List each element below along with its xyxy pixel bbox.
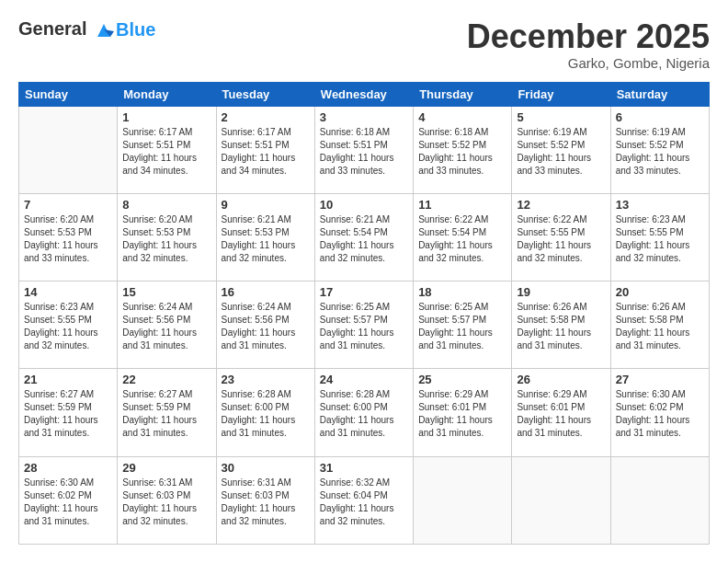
cell-info: Sunrise: 6:31 AMSunset: 6:03 PMDaylight:… xyxy=(122,477,210,528)
page: General Blue December 2025 Garko, Gombe,… xyxy=(0,0,728,563)
logo-general: General xyxy=(18,18,86,39)
month-title: December 2025 xyxy=(467,18,710,55)
day-number: 19 xyxy=(517,285,605,299)
calendar-cell: 14Sunrise: 6:23 AMSunset: 5:55 PMDayligh… xyxy=(19,282,118,369)
cell-info: Sunrise: 6:20 AMSunset: 5:53 PMDaylight:… xyxy=(24,213,112,265)
calendar-cell: 10Sunrise: 6:21 AMSunset: 5:54 PMDayligh… xyxy=(314,193,413,281)
day-number: 22 xyxy=(122,373,210,386)
header-sunday: Sunday xyxy=(19,82,118,106)
cell-info: Sunrise: 6:26 AMSunset: 5:58 PMDaylight:… xyxy=(517,301,605,352)
calendar-cell xyxy=(512,456,610,544)
calendar-cell: 23Sunrise: 6:28 AMSunset: 6:00 PMDayligh… xyxy=(216,369,314,456)
calendar-cell: 12Sunrise: 6:22 AMSunset: 5:55 PMDayligh… xyxy=(512,193,610,281)
day-number: 25 xyxy=(418,373,506,386)
cell-info: Sunrise: 6:25 AMSunset: 5:57 PMDaylight:… xyxy=(320,301,408,352)
logo-blue: Blue xyxy=(116,19,155,40)
calendar-header-row: Sunday Monday Tuesday Wednesday Thursday… xyxy=(19,82,710,106)
day-number: 26 xyxy=(517,373,605,386)
cell-info: Sunrise: 6:24 AMSunset: 5:56 PMDaylight:… xyxy=(222,301,310,352)
day-number: 20 xyxy=(616,285,704,299)
day-number: 16 xyxy=(222,285,310,299)
cell-info: Sunrise: 6:32 AMSunset: 6:04 PMDaylight:… xyxy=(320,477,408,528)
location: Garko, Gombe, Nigeria xyxy=(467,55,710,71)
calendar-cell xyxy=(414,456,512,544)
day-number: 15 xyxy=(122,285,210,299)
cell-info: Sunrise: 6:19 AMSunset: 5:52 PMDaylight:… xyxy=(517,126,605,178)
cell-info: Sunrise: 6:22 AMSunset: 5:54 PMDaylight:… xyxy=(418,213,506,265)
cell-info: Sunrise: 6:30 AMSunset: 6:02 PMDaylight:… xyxy=(616,388,704,440)
calendar-week-row: 14Sunrise: 6:23 AMSunset: 5:55 PMDayligh… xyxy=(19,282,710,369)
header-tuesday: Tuesday xyxy=(216,82,314,106)
day-number: 12 xyxy=(517,198,605,212)
header-friday: Friday xyxy=(512,82,610,106)
calendar-cell: 21Sunrise: 6:27 AMSunset: 5:59 PMDayligh… xyxy=(19,369,118,456)
calendar-cell: 1Sunrise: 6:17 AMSunset: 5:51 PMDaylight… xyxy=(118,106,216,193)
title-block: December 2025 Garko, Gombe, Nigeria xyxy=(467,18,710,71)
calendar-cell: 6Sunrise: 6:19 AMSunset: 5:52 PMDaylight… xyxy=(610,106,709,193)
day-number: 14 xyxy=(24,285,112,299)
day-number: 23 xyxy=(222,373,310,386)
day-number: 30 xyxy=(222,461,310,475)
calendar-cell xyxy=(610,456,709,544)
calendar-cell: 30Sunrise: 6:31 AMSunset: 6:03 PMDayligh… xyxy=(216,456,314,544)
cell-info: Sunrise: 6:23 AMSunset: 5:55 PMDaylight:… xyxy=(24,301,112,352)
header-thursday: Thursday xyxy=(414,82,512,106)
day-number: 18 xyxy=(418,285,506,299)
day-number: 7 xyxy=(24,198,112,212)
cell-info: Sunrise: 6:26 AMSunset: 5:58 PMDaylight:… xyxy=(616,301,704,352)
calendar-cell: 28Sunrise: 6:30 AMSunset: 6:02 PMDayligh… xyxy=(19,456,118,544)
cell-info: Sunrise: 6:18 AMSunset: 5:52 PMDaylight:… xyxy=(418,126,506,178)
day-number: 11 xyxy=(418,198,506,212)
calendar-cell: 27Sunrise: 6:30 AMSunset: 6:02 PMDayligh… xyxy=(610,369,709,456)
cell-info: Sunrise: 6:29 AMSunset: 6:01 PMDaylight:… xyxy=(418,388,506,440)
day-number: 5 xyxy=(517,110,605,124)
calendar-cell: 24Sunrise: 6:28 AMSunset: 6:00 PMDayligh… xyxy=(314,369,413,456)
calendar-cell: 4Sunrise: 6:18 AMSunset: 5:52 PMDaylight… xyxy=(414,106,512,193)
day-number: 8 xyxy=(122,198,210,212)
day-number: 27 xyxy=(616,373,704,386)
header: General Blue December 2025 Garko, Gombe,… xyxy=(18,18,710,71)
calendar-cell: 22Sunrise: 6:27 AMSunset: 5:59 PMDayligh… xyxy=(118,369,216,456)
calendar-cell: 16Sunrise: 6:24 AMSunset: 5:56 PMDayligh… xyxy=(216,282,314,369)
calendar-week-row: 21Sunrise: 6:27 AMSunset: 5:59 PMDayligh… xyxy=(19,369,710,456)
day-number: 3 xyxy=(320,110,408,124)
calendar-cell: 26Sunrise: 6:29 AMSunset: 6:01 PMDayligh… xyxy=(512,369,610,456)
cell-info: Sunrise: 6:17 AMSunset: 5:51 PMDaylight:… xyxy=(122,126,210,178)
calendar-cell: 15Sunrise: 6:24 AMSunset: 5:56 PMDayligh… xyxy=(118,282,216,369)
calendar-cell xyxy=(19,106,118,193)
calendar-cell: 29Sunrise: 6:31 AMSunset: 6:03 PMDayligh… xyxy=(118,456,216,544)
cell-info: Sunrise: 6:18 AMSunset: 5:51 PMDaylight:… xyxy=(320,126,408,178)
day-number: 29 xyxy=(122,461,210,475)
header-wednesday: Wednesday xyxy=(314,82,413,106)
cell-info: Sunrise: 6:31 AMSunset: 6:03 PMDaylight:… xyxy=(222,477,310,528)
cell-info: Sunrise: 6:20 AMSunset: 5:53 PMDaylight:… xyxy=(122,213,210,265)
day-number: 24 xyxy=(320,373,408,386)
calendar-cell: 20Sunrise: 6:26 AMSunset: 5:58 PMDayligh… xyxy=(610,282,709,369)
calendar-week-row: 1Sunrise: 6:17 AMSunset: 5:51 PMDaylight… xyxy=(19,106,710,193)
day-number: 21 xyxy=(24,373,112,386)
day-number: 10 xyxy=(320,198,408,212)
day-number: 2 xyxy=(222,110,310,124)
cell-info: Sunrise: 6:19 AMSunset: 5:52 PMDaylight:… xyxy=(616,126,704,178)
cell-info: Sunrise: 6:30 AMSunset: 6:02 PMDaylight:… xyxy=(24,477,112,528)
cell-info: Sunrise: 6:23 AMSunset: 5:55 PMDaylight:… xyxy=(616,213,704,265)
day-number: 4 xyxy=(418,110,506,124)
day-number: 13 xyxy=(616,198,704,212)
calendar-cell: 8Sunrise: 6:20 AMSunset: 5:53 PMDaylight… xyxy=(118,193,216,281)
header-monday: Monday xyxy=(118,82,216,106)
calendar-cell: 13Sunrise: 6:23 AMSunset: 5:55 PMDayligh… xyxy=(610,193,709,281)
cell-info: Sunrise: 6:21 AMSunset: 5:54 PMDaylight:… xyxy=(320,213,408,265)
cell-info: Sunrise: 6:22 AMSunset: 5:55 PMDaylight:… xyxy=(517,213,605,265)
day-number: 28 xyxy=(24,461,112,475)
calendar-week-row: 28Sunrise: 6:30 AMSunset: 6:02 PMDayligh… xyxy=(19,456,710,544)
logo-icon xyxy=(94,20,114,40)
calendar-table: Sunday Monday Tuesday Wednesday Thursday… xyxy=(18,82,710,545)
header-saturday: Saturday xyxy=(610,82,709,106)
calendar-cell: 2Sunrise: 6:17 AMSunset: 5:51 PMDaylight… xyxy=(216,106,314,193)
cell-info: Sunrise: 6:27 AMSunset: 5:59 PMDaylight:… xyxy=(24,388,112,440)
day-number: 17 xyxy=(320,285,408,299)
day-number: 31 xyxy=(320,461,408,475)
calendar-cell: 25Sunrise: 6:29 AMSunset: 6:01 PMDayligh… xyxy=(414,369,512,456)
calendar-cell: 17Sunrise: 6:25 AMSunset: 5:57 PMDayligh… xyxy=(314,282,413,369)
cell-info: Sunrise: 6:24 AMSunset: 5:56 PMDaylight:… xyxy=(122,301,210,352)
